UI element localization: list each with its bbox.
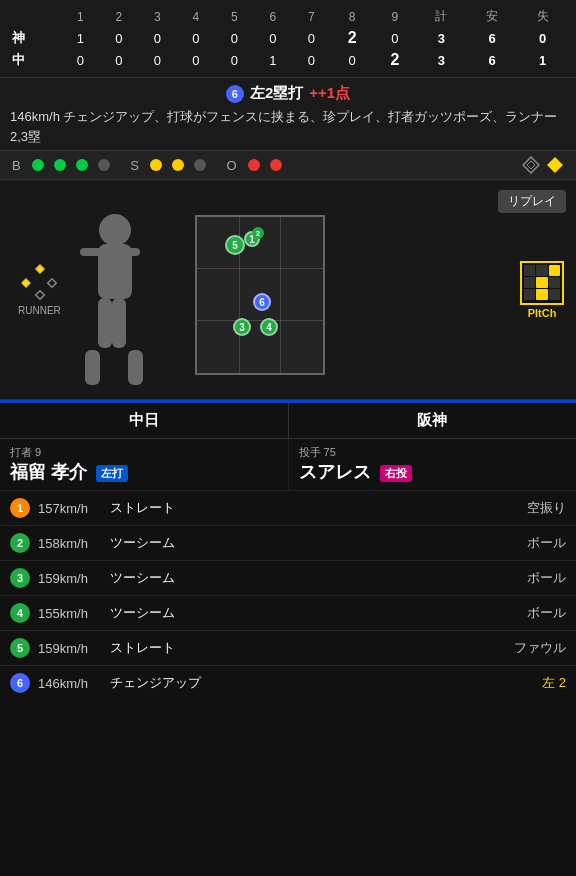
pitch-type-5: ストレート xyxy=(110,639,466,657)
pitch-row-5: 5159km/hストレートファウル xyxy=(0,631,576,666)
batter-name-text: 福留 孝介 xyxy=(10,462,87,482)
pitcher-hand: 右投 xyxy=(380,465,412,482)
batter-hand: 左打 xyxy=(96,465,128,482)
pitch-row-4: 4155km/hツーシームボール xyxy=(0,596,576,631)
play-badge-num: 6 xyxy=(226,85,244,103)
inning-0-9: 0 xyxy=(373,27,416,49)
inning-1-7: 0 xyxy=(292,49,331,71)
pitch-cell-9 xyxy=(549,289,560,300)
strike-dot-3 xyxy=(194,159,206,171)
scoreboard: 1 2 3 4 5 6 7 8 9 計 安 失 神100000020360中00… xyxy=(0,0,576,78)
pitch-chart-icon[interactable]: PItCh xyxy=(520,261,564,319)
inning-0-7: 0 xyxy=(292,27,331,49)
pitch-cell-5 xyxy=(536,277,547,288)
pitch-chart-box xyxy=(520,261,564,305)
pitch-num-badge-3: 3 xyxy=(10,568,30,588)
pitch-speed-1: 157km/h xyxy=(38,501,110,516)
svg-rect-7 xyxy=(22,278,30,286)
pitch-num-badge-6: 6 xyxy=(10,673,30,693)
pitcher-label: 投手 75 xyxy=(299,445,567,460)
col-1: 1 xyxy=(61,6,100,27)
team-left: 中日 xyxy=(0,403,289,438)
pitch-row-1: 1157km/hストレート空振り xyxy=(0,491,576,526)
out-dot-1 xyxy=(248,159,260,171)
batter-info: 打者 9 福留 孝介 左打 xyxy=(0,439,289,490)
field-icon xyxy=(522,156,540,174)
svg-rect-14 xyxy=(85,350,100,385)
pitch-row-3: 3159km/hツーシームボール xyxy=(0,561,576,596)
pitcher-name: スアレス 右投 xyxy=(299,460,567,484)
pitcher-name-text: スアレス xyxy=(299,462,371,482)
team-total-1: 3 xyxy=(416,49,467,71)
svg-rect-12 xyxy=(98,298,112,348)
col-total: 計 xyxy=(416,6,467,27)
team-errors-1: 1 xyxy=(517,49,568,71)
pitch-result-5: ファウル xyxy=(466,639,566,657)
inning-1-3: 0 xyxy=(138,49,177,71)
pitch-nav-icon xyxy=(546,156,564,174)
pitch-zone-dot-5: 5 xyxy=(225,235,245,255)
team-name-1: 中 xyxy=(8,49,61,71)
col-7: 7 xyxy=(292,6,331,27)
pitch-type-3: ツーシーム xyxy=(110,569,466,587)
pitch-speed-4: 155km/h xyxy=(38,606,110,621)
inning-0-3: 0 xyxy=(138,27,177,49)
pitch-cell-1 xyxy=(524,265,535,276)
pitch-list: 1157km/hストレート空振り2158km/hツーシームボール3159km/h… xyxy=(0,491,576,700)
pitch-type-6: チェンジアップ xyxy=(110,674,466,692)
pitch-zone-dot-3: 3 xyxy=(233,318,251,336)
strike-label: S xyxy=(130,158,139,173)
runner-diamond-svg xyxy=(21,264,57,300)
pitch-cell-4 xyxy=(524,277,535,288)
pitch-result-6: 左 2 xyxy=(466,674,566,692)
svg-rect-5 xyxy=(48,278,56,286)
field-area: リプレイ RUNNER 512634 xyxy=(0,180,576,400)
batter-label: 打者 9 xyxy=(10,445,278,460)
col-9: 9 xyxy=(373,6,416,27)
team-total-0: 3 xyxy=(416,27,467,49)
inning-0-5: 0 xyxy=(215,27,254,49)
team-name-0: 神 xyxy=(8,27,61,49)
inning-0-6: 0 xyxy=(254,27,293,49)
out-label: O xyxy=(227,158,237,173)
ball-dot-3 xyxy=(76,159,88,171)
pitch-result-1: 空振り xyxy=(466,499,566,517)
ball-label: B xyxy=(12,158,21,173)
svg-point-9 xyxy=(99,214,131,246)
pitch-num-badge-4: 4 xyxy=(10,603,30,623)
runner-label: RUNNER xyxy=(18,305,61,316)
col-5: 5 xyxy=(215,6,254,27)
svg-rect-6 xyxy=(36,290,44,298)
pitch-num-badge-1: 1 xyxy=(10,498,30,518)
matchup-row: 打者 9 福留 孝介 左打 投手 75 スアレス 右投 xyxy=(0,439,576,491)
pitch-cell-8 xyxy=(536,289,547,300)
pitch-speed-2: 158km/h xyxy=(38,536,110,551)
inning-1-1: 0 xyxy=(61,49,100,71)
strike-dot-1 xyxy=(150,159,162,171)
col-empty xyxy=(8,6,61,27)
svg-rect-8 xyxy=(36,264,44,272)
play-detail: 146km/h チェンジアップ、打球がフェンスに挟まる、珍プレイ、打者ガッツポー… xyxy=(10,107,566,146)
pitch-zone-dot-1: 12 xyxy=(244,231,260,247)
inning-1-8: 0 xyxy=(331,49,374,71)
inning-0-4: 0 xyxy=(177,27,216,49)
pitch-result-4: ボール xyxy=(466,604,566,622)
team-errors-0: 0 xyxy=(517,27,568,49)
pitch-result-2: ボール xyxy=(466,534,566,552)
inning-1-2: 0 xyxy=(100,49,139,71)
pitch-num-badge-5: 5 xyxy=(10,638,30,658)
ball-dot-2 xyxy=(54,159,66,171)
ball-dot-1 xyxy=(32,159,44,171)
col-8: 8 xyxy=(331,6,374,27)
runner-icon: RUNNER xyxy=(18,264,61,316)
count-bar: B S O xyxy=(0,151,576,180)
replay-button[interactable]: リプレイ xyxy=(498,190,566,213)
count-icons xyxy=(522,156,564,174)
play-base-desc: 左2塁打 xyxy=(250,84,303,103)
svg-rect-15 xyxy=(128,350,143,385)
pitch-speed-3: 159km/h xyxy=(38,571,110,586)
pitch-row-2: 2158km/hツーシームボール xyxy=(0,526,576,561)
svg-marker-1 xyxy=(527,161,535,169)
out-dot-2 xyxy=(270,159,282,171)
ball-dot-4 xyxy=(98,159,110,171)
